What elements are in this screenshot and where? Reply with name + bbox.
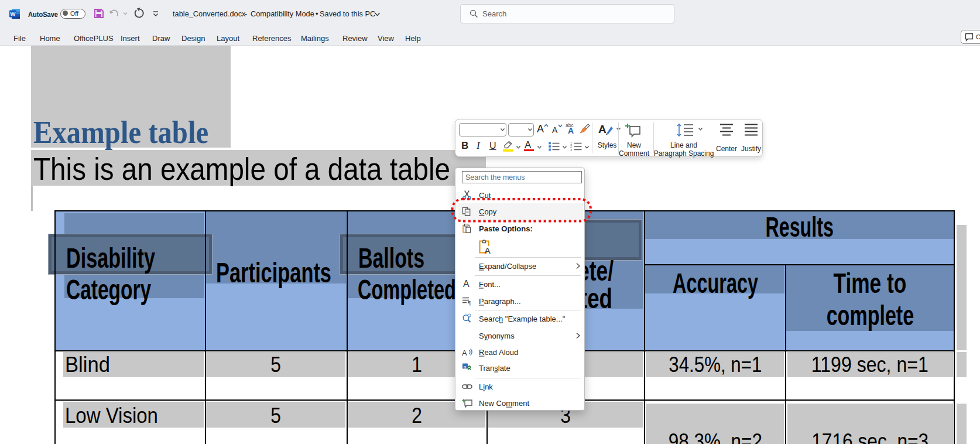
- svg-text:W: W: [11, 11, 16, 17]
- svg-text:3: 3: [570, 148, 572, 152]
- svg-text:¶: ¶: [468, 299, 471, 305]
- svg-text:A: A: [485, 245, 491, 254]
- svg-text:a: a: [464, 364, 467, 370]
- svg-text:A: A: [462, 348, 467, 356]
